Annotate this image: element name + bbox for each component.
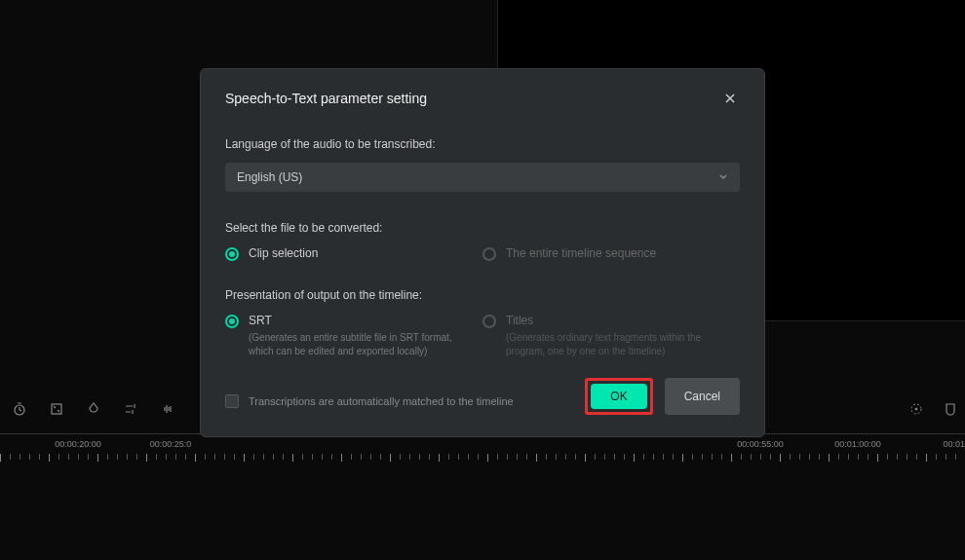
cancel-button[interactable]: Cancel (665, 378, 740, 415)
radio-description: (Generates an entire subtitle file in SR… (249, 331, 482, 358)
language-value: English (US) (237, 170, 302, 184)
checkbox-label: Transcriptions are automatically matched… (249, 395, 514, 407)
language-dropdown[interactable]: English (US) (225, 163, 740, 192)
radio-indicator (482, 247, 496, 261)
file-select-label: Select the file to be converted: (225, 221, 740, 235)
checkbox-box (225, 394, 239, 408)
radio-titles[interactable]: Titles (Generates ordinary text fragment… (482, 314, 740, 358)
radio-entire-timeline[interactable]: The entire timeline sequence (482, 246, 740, 261)
radio-description: (Generates ordinary text fragments withi… (506, 331, 740, 358)
dialog-overlay: Speech-to-Text parameter setting Languag… (0, 0, 965, 560)
radio-label: SRT (249, 314, 482, 327)
radio-indicator (225, 315, 239, 328)
radio-clip-selection[interactable]: Clip selection (225, 246, 482, 261)
radio-label: Titles (506, 314, 740, 327)
output-label: Presentation of output on the timeline: (225, 288, 740, 302)
auto-match-checkbox[interactable]: Transcriptions are automatically matched… (225, 394, 514, 408)
language-label: Language of the audio to be transcribed: (225, 137, 740, 151)
radio-indicator (225, 247, 239, 261)
dialog-title: Speech-to-Text parameter setting (225, 91, 427, 106)
radio-label: The entire timeline sequence (506, 246, 740, 260)
ok-highlight: OK (585, 378, 652, 415)
speech-to-text-dialog: Speech-to-Text parameter setting Languag… (200, 68, 765, 437)
close-button[interactable] (720, 89, 740, 108)
radio-label: Clip selection (249, 246, 482, 260)
ok-button[interactable]: OK (591, 384, 646, 409)
chevron-down-icon (718, 171, 728, 183)
radio-srt[interactable]: SRT (Generates an entire subtitle file i… (225, 314, 482, 358)
radio-indicator (482, 315, 496, 328)
